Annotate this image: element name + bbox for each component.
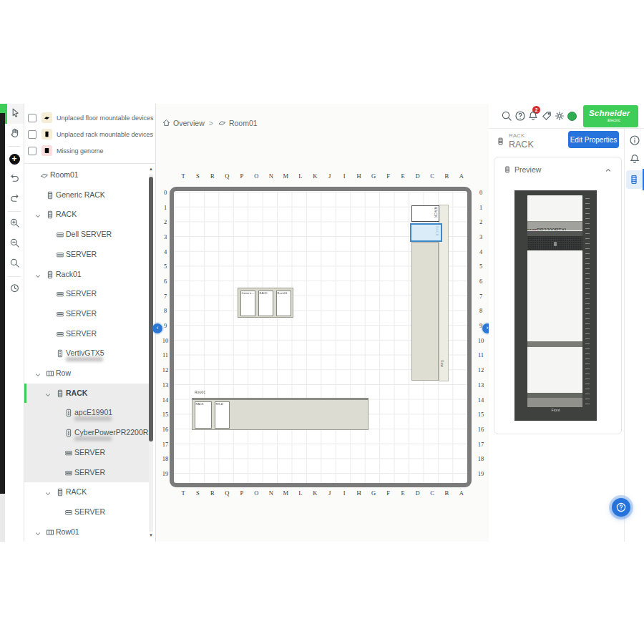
tree-item-server[interactable]: SERVER — [24, 324, 150, 344]
tree-item-server[interactable]: SERVER — [24, 502, 150, 522]
tree-item-apce19901[interactable]: apcE19901 — [24, 403, 150, 423]
scroll-down-icon[interactable]: ▼ — [148, 533, 154, 537]
tree-item-row[interactable]: Row — [24, 364, 150, 384]
chevron-down-icon[interactable] — [44, 488, 52, 497]
tree-item-room01[interactable]: Room01 — [24, 165, 150, 185]
rack-icon — [45, 190, 55, 200]
tree-item-rack[interactable]: RACK — [24, 384, 150, 404]
tab-rack-preview-active[interactable] — [626, 170, 643, 189]
checkbox[interactable] — [28, 114, 36, 122]
tree-item-server[interactable]: SERVER — [24, 463, 150, 483]
floor-plan-canvas[interactable]: Overview > Room01 TTSSRRQQPPOONNMMLLKKJJ… — [156, 104, 489, 542]
rack-device-server[interactable]: SERVER — [527, 231, 582, 250]
rack-object-selected[interactable]: RACK — [410, 223, 442, 242]
schneider-electric-logo[interactable]: Schneider Electric — [583, 105, 638, 127]
tree-item-cyberpowerpr2200r-[interactable]: CyberPowerPR2200R... — [24, 423, 150, 443]
u-position-tick — [585, 223, 590, 224]
zoom-in-icon — [9, 218, 20, 231]
tree-item-dell-server[interactable]: Dell SERVER — [24, 225, 150, 245]
grid-scale-label: S — [192, 489, 203, 497]
tree-item-rack[interactable]: RACK — [24, 205, 150, 225]
chevron-down-icon[interactable] — [34, 528, 42, 537]
scroll-up-icon[interactable]: ▲ — [148, 167, 154, 171]
tree-scrollbar[interactable]: ▲ ▼ — [148, 167, 154, 539]
tree-item-vertivgtx5[interactable]: VertivGTX5 — [24, 343, 150, 364]
u-position-tick — [585, 298, 590, 299]
bell-icon[interactable] — [527, 110, 539, 122]
rack-row-body[interactable] — [411, 242, 439, 381]
rack-object-label: Generic... — [241, 291, 249, 295]
tool-add-button[interactable]: + — [5, 149, 24, 169]
tree-scrollbar-thumb[interactable] — [149, 177, 153, 441]
rack-object[interactable]: Generic... — [240, 291, 255, 316]
tree-item-row01[interactable]: Row01 — [24, 522, 150, 542]
chevron-down-icon[interactable] — [44, 389, 52, 398]
grid-scale-label: 6 — [476, 278, 486, 285]
tree-item-label: RACK — [66, 487, 87, 496]
search-icon[interactable] — [501, 110, 512, 122]
gear-icon[interactable] — [554, 110, 565, 122]
grid-scale-label: I — [339, 172, 349, 180]
tree-item-label: apcE19901 — [74, 408, 112, 416]
info-icon[interactable] — [629, 135, 640, 146]
chevron-up-icon[interactable] — [604, 165, 613, 173]
rack-object[interactable]: RACK — [195, 401, 212, 429]
hand-icon — [9, 127, 20, 141]
filter-row: Missing genome — [24, 142, 155, 159]
page-scrollbar-thumb[interactable] — [0, 113, 5, 494]
page-scrollbar[interactable] — [0, 104, 5, 542]
u-position-tick — [585, 208, 590, 209]
rack-object[interactable]: RACK — [411, 205, 439, 222]
rack-object[interactable]: RH-bf — [215, 401, 230, 429]
tag-icon[interactable] — [541, 110, 552, 122]
u-position-tick — [585, 369, 590, 369]
tree-item-server[interactable]: SERVER — [24, 284, 150, 304]
help-icon[interactable] — [514, 110, 526, 122]
row-label: Row — [440, 360, 444, 367]
tree-item-rack01[interactable]: Rack01 — [24, 265, 150, 285]
help-floating-button[interactable] — [612, 498, 630, 517]
breadcrumb: Overview > Room01 — [162, 118, 258, 127]
grid-scale-label: 2 — [160, 218, 170, 225]
tool-zoom-reset-button[interactable] — [5, 254, 24, 274]
tool-zoom-in-button[interactable] — [5, 214, 24, 234]
ups-icon — [64, 408, 74, 418]
edit-properties-button[interactable]: Edit Properties — [568, 131, 619, 148]
rack-object[interactable]: RACK — [258, 291, 273, 316]
server-icon — [64, 448, 74, 458]
tree-item-server[interactable]: SERVER — [24, 245, 150, 265]
tree-item-server[interactable]: SERVER — [24, 443, 150, 463]
rack-device-apce19901[interactable]: apcE19901 — [527, 393, 582, 407]
alarm-bell-icon[interactable] — [629, 153, 640, 165]
tool-history-button[interactable] — [5, 279, 24, 299]
rack-object[interactable]: Rack01 — [276, 291, 291, 316]
preview-header[interactable]: Preview — [494, 157, 621, 180]
grid-scale-label: Q — [222, 489, 232, 497]
chevron-down-icon[interactable] — [34, 270, 42, 279]
grid-scale-label: 19 — [476, 470, 486, 477]
tool-select-button[interactable] — [5, 104, 24, 124]
add-icon: + — [9, 154, 20, 165]
tool-zoom-out-button[interactable] — [5, 234, 24, 254]
checkbox[interactable] — [28, 147, 36, 155]
tool-pan-button[interactable] — [5, 124, 24, 144]
collapse-left-panel-handle[interactable]: ‹ — [152, 323, 162, 333]
row-container-horizontal[interactable]: RACKRH-bf — [192, 398, 369, 430]
breadcrumb-overview-link[interactable]: Overview — [173, 119, 205, 127]
rack-device-server[interactable]: SERVER — [527, 341, 582, 347]
tree-item-rack[interactable]: RACK — [24, 482, 150, 502]
grid-scale-label: L — [296, 172, 306, 180]
chevron-down-icon[interactable] — [34, 369, 42, 378]
server-icon — [55, 250, 65, 260]
rack-device-cyberpowerpr2200rtxl[interactable]: CyberPowerPR2200RTXL — [527, 221, 582, 230]
rack-cluster[interactable]: Generic...RACKRack01 — [238, 288, 293, 318]
account-avatar[interactable] — [567, 112, 577, 121]
tree-item-server[interactable]: SERVER — [24, 304, 150, 324]
rack-icon — [55, 389, 65, 399]
tool-undo-button[interactable] — [5, 169, 24, 189]
checkbox[interactable] — [28, 130, 36, 139]
redacted-ip-address — [66, 357, 103, 361]
tool-redo-button[interactable] — [5, 189, 24, 209]
tree-item-generic-rack[interactable]: Generic RACK — [24, 185, 150, 205]
chevron-down-icon[interactable] — [34, 210, 42, 219]
